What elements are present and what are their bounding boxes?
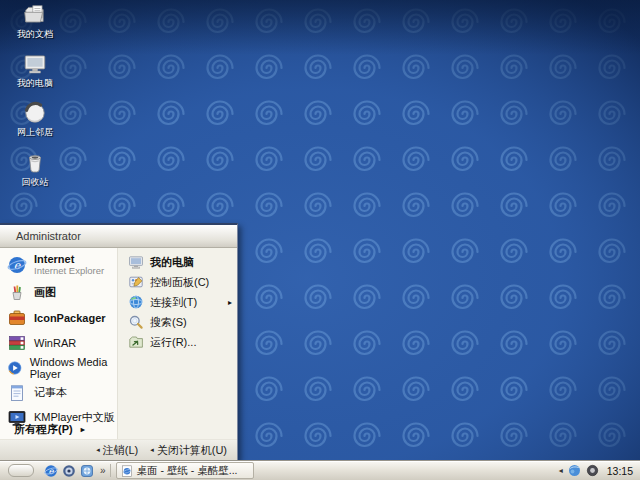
- start-menu-item-my-computer[interactable]: 我的电脑: [118, 252, 237, 272]
- taskbar-separator: [110, 464, 111, 477]
- quick-launch: e »: [44, 464, 106, 478]
- my-documents-icon: [22, 2, 48, 28]
- quicklaunch-browser-icon[interactable]: [80, 464, 94, 478]
- start-menu-item-run[interactable]: 运行(R)...: [118, 332, 237, 352]
- control-panel-icon: [128, 274, 144, 290]
- start-button[interactable]: [8, 464, 34, 477]
- desktop-icon-network-places[interactable]: 网上邻居: [3, 100, 67, 137]
- start-menu-left-column: e Internet Internet Explorer: [0, 248, 118, 439]
- menu-item-title: WinRAR: [34, 337, 76, 349]
- system-tray: ◂ 13:15: [559, 464, 640, 477]
- desktop: 我的文档 我的电脑 网上邻居 回收站 Administrator: [0, 0, 640, 480]
- menu-item-label: 运行(R)...: [150, 335, 196, 350]
- desktop-icon-my-documents[interactable]: 我的文档: [3, 2, 67, 39]
- start-menu-item-search[interactable]: 搜索(S): [118, 312, 237, 332]
- windows-media-player-icon: [7, 358, 23, 378]
- shut-down-icon: ◂: [150, 446, 154, 454]
- menu-item-title: 记事本: [34, 385, 67, 400]
- webpage-icon: [121, 465, 133, 477]
- taskbar-clock: 13:15: [607, 465, 633, 477]
- desktop-icon-label: 网上邻居: [3, 127, 67, 137]
- winrar-icon: [7, 333, 27, 353]
- start-menu: Administrator e Internet Internet Explor…: [0, 223, 238, 461]
- start-menu-item-notepad[interactable]: 记事本: [0, 380, 117, 405]
- chevron-right-icon: ▸: [228, 298, 232, 307]
- internet-explorer-icon: e: [7, 255, 27, 275]
- shut-down-button[interactable]: ◂ 关闭计算机(U): [150, 443, 227, 458]
- start-menu-footer: ◂ 注销(L) ◂ 关闭计算机(U): [0, 439, 237, 460]
- start-menu-item-control-panel[interactable]: 控制面板(C): [118, 272, 237, 292]
- start-menu-item-iconpackager[interactable]: IconPackager: [0, 305, 117, 330]
- my-computer-icon: [128, 254, 144, 270]
- taskbar: e » 桌面 - 壁纸 - 桌酷壁...: [0, 460, 640, 480]
- connect-to-icon: [128, 294, 144, 310]
- user-name: Administrator: [16, 230, 81, 242]
- start-menu-item-winrar[interactable]: WinRAR: [0, 330, 117, 355]
- quicklaunch-internet-explorer-icon[interactable]: e: [44, 464, 58, 478]
- menu-item-title: Internet: [34, 253, 104, 266]
- task-button-wallpaper-window[interactable]: 桌面 - 壁纸 - 桌酷壁...: [116, 462, 254, 479]
- quick-launch-overflow-chevron[interactable]: »: [100, 465, 106, 476]
- quicklaunch-media-player-icon[interactable]: [62, 464, 76, 478]
- notepad-icon: [7, 383, 27, 403]
- task-button-label: 桌面 - 壁纸 - 桌酷壁...: [137, 464, 238, 478]
- my-computer-icon: [22, 51, 48, 77]
- start-menu-user-banner: Administrator: [0, 225, 237, 248]
- start-menu-item-wmp[interactable]: Windows Media Player: [0, 355, 117, 380]
- tray-expand-chevron[interactable]: ◂: [559, 466, 563, 475]
- desktop-icon-label: 我的电脑: [3, 78, 67, 88]
- tray-network-icon[interactable]: [568, 464, 581, 477]
- desktop-icon-label: 回收站: [3, 177, 67, 187]
- menu-item-label: 连接到(T): [150, 295, 197, 310]
- menu-item-title: IconPackager: [34, 312, 106, 324]
- menu-item-title: Windows Media Player: [30, 356, 117, 380]
- menu-item-title: 画图: [34, 285, 56, 300]
- chevron-right-icon: ▸: [81, 425, 85, 434]
- run-icon: [128, 334, 144, 350]
- paint-icon: [7, 283, 27, 303]
- start-menu-item-paint[interactable]: 画图: [0, 280, 117, 305]
- menu-item-label: 搜索(S): [150, 315, 187, 330]
- all-programs-label: 所有程序(P): [14, 422, 73, 437]
- desktop-icon-label: 我的文档: [3, 29, 67, 39]
- search-icon: [128, 314, 144, 330]
- desktop-icon-my-computer[interactable]: 我的电脑: [3, 51, 67, 88]
- iconpackager-icon: [7, 308, 27, 328]
- start-menu-item-connect-to[interactable]: 连接到(T) ▸: [118, 292, 237, 312]
- network-places-icon: [22, 100, 48, 126]
- tray-status-icon[interactable]: [586, 464, 599, 477]
- all-programs-button[interactable]: 所有程序(P) ▸: [14, 422, 85, 437]
- log-off-button[interactable]: ◂ 注销(L): [96, 443, 138, 458]
- recycle-bin-icon: [22, 150, 48, 176]
- start-menu-right-column: 我的电脑 控制面板(C): [118, 248, 237, 439]
- log-off-label: 注销(L): [103, 443, 138, 458]
- log-off-icon: ◂: [96, 446, 100, 454]
- shut-down-label: 关闭计算机(U): [157, 443, 227, 458]
- start-menu-item-internet[interactable]: e Internet Internet Explorer: [0, 250, 117, 280]
- menu-item-subtitle: Internet Explorer: [34, 266, 104, 277]
- desktop-icon-recycle-bin[interactable]: 回收站: [3, 150, 67, 187]
- menu-item-label: 控制面板(C): [150, 275, 209, 290]
- menu-item-label: 我的电脑: [150, 255, 194, 270]
